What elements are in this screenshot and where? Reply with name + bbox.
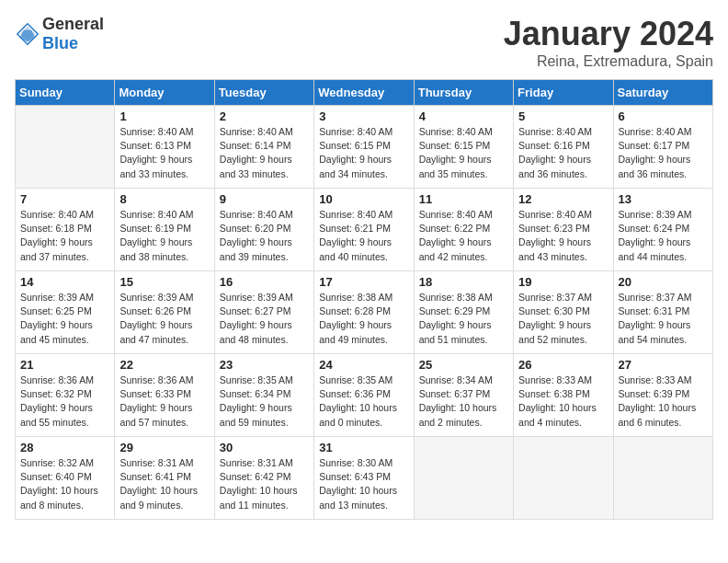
cell-info: Sunrise: 8:40 AM Sunset: 6:22 PM Dayligh… (419, 208, 508, 264)
day-number: 15 (119, 275, 209, 289)
logo-blue-text: Blue (42, 34, 78, 52)
calendar-cell: 9Sunrise: 8:40 AM Sunset: 6:20 PM Daylig… (214, 189, 313, 271)
day-number: 4 (419, 109, 508, 123)
day-number: 29 (119, 441, 209, 454)
calendar-cell: 24Sunrise: 8:35 AM Sunset: 6:36 PM Dayli… (314, 354, 414, 437)
calendar-cell: 25Sunrise: 8:34 AM Sunset: 6:37 PM Dayli… (414, 354, 513, 437)
day-number: 18 (419, 275, 508, 289)
cell-info: Sunrise: 8:39 AM Sunset: 6:24 PM Dayligh… (619, 208, 708, 264)
day-number: 5 (518, 109, 608, 123)
day-number: 25 (419, 358, 508, 372)
cell-info: Sunrise: 8:33 AM Sunset: 6:39 PM Dayligh… (619, 373, 708, 430)
weekday-header-friday: Friday (514, 80, 613, 106)
calendar-cell: 17Sunrise: 8:38 AM Sunset: 6:28 PM Dayli… (314, 271, 414, 354)
calendar-cell: 14Sunrise: 8:39 AM Sunset: 6:25 PM Dayli… (16, 271, 115, 354)
day-number: 2 (220, 109, 309, 123)
calendar-cell (16, 106, 115, 189)
day-number: 19 (518, 275, 608, 289)
calendar-cell: 6Sunrise: 8:40 AM Sunset: 6:17 PM Daylig… (613, 106, 712, 189)
cell-info: Sunrise: 8:40 AM Sunset: 6:14 PM Dayligh… (220, 125, 309, 181)
cell-info: Sunrise: 8:31 AM Sunset: 6:42 PM Dayligh… (220, 456, 309, 512)
calendar-cell: 23Sunrise: 8:35 AM Sunset: 6:34 PM Dayli… (214, 354, 313, 437)
day-number: 28 (20, 441, 109, 454)
cell-info: Sunrise: 8:40 AM Sunset: 6:15 PM Dayligh… (419, 125, 508, 181)
day-number: 12 (518, 192, 608, 206)
day-number: 9 (220, 192, 309, 206)
day-number: 30 (220, 441, 309, 454)
week-row-3: 14Sunrise: 8:39 AM Sunset: 6:25 PM Dayli… (16, 271, 713, 354)
calendar-cell: 27Sunrise: 8:33 AM Sunset: 6:39 PM Dayli… (613, 354, 712, 437)
cell-info: Sunrise: 8:40 AM Sunset: 6:18 PM Dayligh… (20, 208, 109, 264)
cell-info: Sunrise: 8:40 AM Sunset: 6:13 PM Dayligh… (119, 125, 209, 181)
weekday-header-sunday: Sunday (16, 80, 115, 106)
calendar-cell: 2Sunrise: 8:40 AM Sunset: 6:14 PM Daylig… (214, 106, 313, 189)
day-number: 16 (220, 275, 309, 289)
week-row-5: 28Sunrise: 8:32 AM Sunset: 6:40 PM Dayli… (16, 437, 713, 520)
weekday-header-tuesday: Tuesday (214, 80, 313, 106)
cell-info: Sunrise: 8:40 AM Sunset: 6:20 PM Dayligh… (220, 208, 309, 264)
cell-info: Sunrise: 8:33 AM Sunset: 6:38 PM Dayligh… (518, 373, 608, 430)
calendar-cell: 11Sunrise: 8:40 AM Sunset: 6:22 PM Dayli… (414, 189, 513, 271)
weekday-header-monday: Monday (115, 80, 214, 106)
cell-info: Sunrise: 8:40 AM Sunset: 6:21 PM Dayligh… (319, 208, 408, 264)
day-number: 21 (20, 358, 109, 372)
cell-info: Sunrise: 8:39 AM Sunset: 6:25 PM Dayligh… (20, 291, 109, 347)
calendar-table: SundayMondayTuesdayWednesdayThursdayFrid… (15, 79, 713, 520)
calendar-cell: 10Sunrise: 8:40 AM Sunset: 6:21 PM Dayli… (314, 189, 414, 271)
calendar-cell (514, 437, 613, 520)
calendar-cell: 19Sunrise: 8:37 AM Sunset: 6:30 PM Dayli… (514, 271, 613, 354)
cell-info: Sunrise: 8:36 AM Sunset: 6:33 PM Dayligh… (119, 373, 209, 430)
calendar-cell: 3Sunrise: 8:40 AM Sunset: 6:15 PM Daylig… (314, 106, 414, 189)
day-number: 11 (419, 192, 508, 206)
calendar-cell: 28Sunrise: 8:32 AM Sunset: 6:40 PM Dayli… (16, 437, 115, 520)
day-number: 23 (220, 358, 309, 372)
day-number: 8 (119, 192, 209, 206)
calendar-cell: 18Sunrise: 8:38 AM Sunset: 6:29 PM Dayli… (414, 271, 513, 354)
calendar-cell: 26Sunrise: 8:33 AM Sunset: 6:38 PM Dayli… (514, 354, 613, 437)
cell-info: Sunrise: 8:31 AM Sunset: 6:41 PM Dayligh… (119, 456, 209, 512)
weekday-header-thursday: Thursday (414, 80, 513, 106)
calendar-cell: 5Sunrise: 8:40 AM Sunset: 6:16 PM Daylig… (514, 106, 613, 189)
day-number: 1 (119, 109, 209, 123)
day-number: 6 (619, 109, 708, 123)
cell-info: Sunrise: 8:39 AM Sunset: 6:26 PM Dayligh… (119, 291, 209, 347)
day-number: 27 (619, 358, 708, 372)
cell-info: Sunrise: 8:40 AM Sunset: 6:16 PM Dayligh… (518, 125, 608, 181)
calendar-cell: 8Sunrise: 8:40 AM Sunset: 6:19 PM Daylig… (115, 189, 214, 271)
calendar-cell: 4Sunrise: 8:40 AM Sunset: 6:15 PM Daylig… (414, 106, 513, 189)
cell-info: Sunrise: 8:39 AM Sunset: 6:27 PM Dayligh… (220, 291, 309, 347)
logo-general-text: General (42, 15, 104, 33)
day-number: 3 (319, 109, 408, 123)
calendar-cell (613, 437, 712, 520)
calendar-cell: 12Sunrise: 8:40 AM Sunset: 6:23 PM Dayli… (514, 189, 613, 271)
month-year-title: January 2024 (504, 15, 713, 53)
day-number: 7 (20, 192, 109, 206)
logo-icon (15, 21, 40, 47)
cell-info: Sunrise: 8:37 AM Sunset: 6:31 PM Dayligh… (619, 291, 708, 347)
calendar-cell: 1Sunrise: 8:40 AM Sunset: 6:13 PM Daylig… (115, 106, 214, 189)
calendar-cell: 7Sunrise: 8:40 AM Sunset: 6:18 PM Daylig… (16, 189, 115, 271)
cell-info: Sunrise: 8:37 AM Sunset: 6:30 PM Dayligh… (518, 291, 608, 347)
calendar-cell: 22Sunrise: 8:36 AM Sunset: 6:33 PM Dayli… (115, 354, 214, 437)
day-number: 31 (319, 441, 408, 454)
cell-info: Sunrise: 8:38 AM Sunset: 6:29 PM Dayligh… (419, 291, 508, 347)
calendar-cell: 29Sunrise: 8:31 AM Sunset: 6:41 PM Dayli… (115, 437, 214, 520)
cell-info: Sunrise: 8:40 AM Sunset: 6:17 PM Dayligh… (619, 125, 708, 181)
day-number: 20 (619, 275, 708, 289)
day-number: 24 (319, 358, 408, 372)
day-number: 26 (518, 358, 608, 372)
cell-info: Sunrise: 8:32 AM Sunset: 6:40 PM Dayligh… (20, 456, 109, 512)
weekday-header-wednesday: Wednesday (314, 80, 414, 106)
logo: General Blue (15, 15, 104, 53)
calendar-cell: 30Sunrise: 8:31 AM Sunset: 6:42 PM Dayli… (214, 437, 313, 520)
cell-info: Sunrise: 8:40 AM Sunset: 6:23 PM Dayligh… (518, 208, 608, 264)
header: General Blue January 2024 Reina, Extrema… (15, 15, 713, 70)
cell-info: Sunrise: 8:40 AM Sunset: 6:15 PM Dayligh… (319, 125, 408, 181)
cell-info: Sunrise: 8:35 AM Sunset: 6:34 PM Dayligh… (220, 373, 309, 430)
day-number: 22 (119, 358, 209, 372)
title-block: January 2024 Reina, Extremadura, Spain (504, 15, 713, 70)
calendar-cell: 20Sunrise: 8:37 AM Sunset: 6:31 PM Dayli… (613, 271, 712, 354)
day-number: 14 (20, 275, 109, 289)
week-row-4: 21Sunrise: 8:36 AM Sunset: 6:32 PM Dayli… (16, 354, 713, 437)
day-number: 13 (619, 192, 708, 206)
